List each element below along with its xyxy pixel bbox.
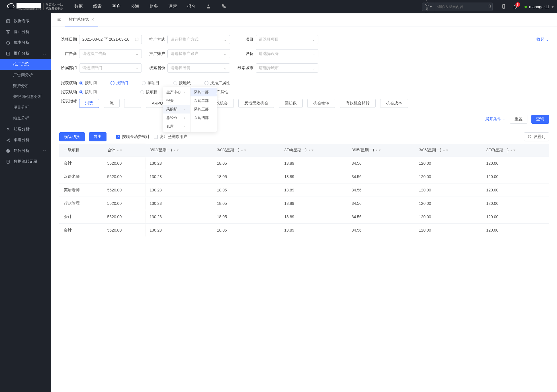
sidebar-item-sales[interactable]: 销售分析 ﹀ (0, 145, 51, 156)
account-select[interactable]: 请选择推广账户⌄ (167, 49, 230, 58)
sort-icon[interactable]: ▲▼ (173, 150, 179, 151)
table-cell: 120.00 (414, 224, 482, 237)
radio-h-project[interactable]: 按项目 (142, 81, 159, 86)
status-dot (525, 6, 527, 8)
table-cell: 5620.00 (103, 210, 145, 224)
close-icon[interactable]: ✕ (91, 17, 94, 22)
sidebar-item-funnel[interactable]: 漏斗分析 (0, 26, 51, 37)
sort-icon[interactable]: ▲▼ (116, 150, 123, 151)
table-cell: 5620.00 (103, 224, 145, 237)
reset-button[interactable]: 重置 (510, 115, 527, 124)
cascade-item[interactable]: 仓库› (163, 122, 190, 131)
cascade-item[interactable]: 报关 (163, 96, 190, 105)
phone-icon[interactable] (221, 4, 226, 10)
th-d2[interactable]: 3/03(星期一)▲▼ (212, 144, 280, 157)
device-select[interactable]: 请选择设备⌄ (256, 49, 318, 58)
collapse-sidebar-icon[interactable] (55, 17, 64, 22)
sidebar-sub-site[interactable]: 站点分析 (0, 113, 51, 124)
advertiser-select[interactable]: 请选择广告商⌄ (79, 49, 142, 58)
sidebar-item-cost[interactable]: 成本分析 (0, 37, 51, 48)
metric-revisit[interactable]: 回访数 (279, 99, 303, 108)
cascade-item[interactable]: 采购三部 (191, 105, 217, 114)
metric-opp-cost[interactable]: 机会成本 (380, 99, 408, 108)
sidebar-sub-overview[interactable]: 推广总览 (0, 59, 51, 70)
sidebar-sub-project[interactable]: 项目分析 (0, 102, 51, 113)
metric-valid-conv[interactable]: 有效机会销转 (340, 99, 376, 108)
query-button[interactable]: 查询 (531, 115, 549, 124)
deleted-users-checkbox[interactable]: 统计已删除用户 (154, 134, 187, 139)
metric-consume[interactable]: 消费 (79, 99, 99, 108)
metric-conv[interactable]: 机会销转 (307, 99, 335, 108)
project-select[interactable]: 请选择项目⌄ (256, 35, 318, 44)
nav-sea[interactable]: 公海 (131, 4, 139, 10)
sort-icon[interactable]: ▲▼ (240, 150, 247, 151)
cascade-item[interactable]: 采购四部 (191, 114, 217, 122)
radio-h-attr[interactable]: 按推广属性 (204, 81, 230, 86)
radio-h-region[interactable]: 按地域 (173, 81, 191, 86)
cash-stats-checkbox[interactable]: 按现金消费统计 (116, 134, 150, 139)
nav-signup[interactable]: 报名 (187, 4, 196, 10)
mobile-icon[interactable] (501, 4, 506, 10)
sort-icon[interactable]: ▲▼ (443, 150, 449, 151)
export-button[interactable]: 导出 (89, 132, 107, 141)
method-select[interactable]: 请选择推广方式⌄ (167, 35, 230, 44)
cascade-item[interactable]: 采购一部 (191, 88, 217, 96)
search-input[interactable] (435, 5, 488, 9)
sidebar-sub-account[interactable]: 账户分析 (0, 81, 51, 91)
date-range-picker[interactable]: 2021-03-02 至 2021-03-16 (79, 35, 142, 44)
cascade-item[interactable]: 总经办› (163, 114, 190, 122)
sort-icon[interactable]: ▲▼ (510, 150, 516, 151)
th-project[interactable]: 一级项目 (59, 144, 103, 157)
sidebar-item-visitor[interactable]: 访客分析 (0, 124, 51, 135)
dept-select[interactable]: 请选择部门⌄ (79, 63, 142, 73)
th-sum[interactable]: 合计▲▼ (103, 144, 145, 157)
cascade-item[interactable]: 采购部› (163, 105, 190, 114)
radio-h-dept[interactable]: 按部门 (110, 81, 128, 86)
nav-finance[interactable]: 财务 (150, 4, 158, 10)
expand-conditions-link[interactable]: 展开条件⌄ (485, 117, 506, 122)
sidebar-sub-keyword[interactable]: 关键词/创意分析 (0, 91, 51, 102)
user-menu[interactable]: manager11 ▾ (525, 5, 554, 9)
th-d4[interactable]: 3/05(星期一)▲▼ (347, 144, 414, 157)
nav-customers[interactable]: 客户 (112, 4, 120, 10)
table-cell: 120.00 (482, 197, 549, 210)
th-d5[interactable]: 3/06(星期一)▲▼ (414, 144, 482, 157)
sidebar-item-promo[interactable]: 推广分析 ︿ (0, 48, 51, 59)
table-cell: 5620.00 (103, 157, 145, 170)
radio-v-project[interactable]: 按项目 (140, 90, 158, 95)
th-d1[interactable]: 3/02(星期一)▲▼ (145, 144, 212, 157)
th-d3[interactable]: 3/04(星期一)▲▼ (280, 144, 347, 157)
nav-ops[interactable]: 运营 (168, 4, 177, 10)
th-d6[interactable]: 3/07(星期一)▲▼ (482, 144, 549, 157)
logo[interactable]: 云朵CRM www.yunduocrm.com 教育机构一站 式服务云平台 (7, 3, 63, 10)
sidebar-item-flow[interactable]: 数据流转记录 (0, 156, 51, 167)
user-icon[interactable] (206, 4, 211, 10)
province-select[interactable]: 请选择省份⌄ (167, 63, 230, 73)
cascade-item[interactable]: 生产中心› (163, 88, 190, 96)
bell-icon[interactable]: 5 (513, 4, 518, 10)
tab-promo-overview[interactable]: 推广总预览 ✕ (65, 13, 98, 26)
search-icon[interactable] (488, 4, 495, 9)
chevron-down-icon: ﹀ (43, 149, 46, 153)
svg-point-16 (7, 150, 9, 152)
radio-v-time[interactable]: 按时间 (79, 90, 97, 95)
table-cell: 130.23 (145, 224, 212, 237)
cascade-item[interactable]: 采购二部 (191, 96, 217, 105)
metric-blank[interactable] (124, 99, 141, 108)
nav-leads[interactable]: 线索 (93, 4, 102, 10)
chevron-right-icon: › (184, 125, 185, 128)
city-select[interactable]: 请选择城市⌄ (256, 63, 318, 73)
sort-icon[interactable]: ▲▼ (375, 150, 381, 151)
search-box[interactable]: 手机号码 ▾ (422, 3, 493, 11)
metric-flow[interactable]: 流 (104, 99, 120, 108)
nav-data[interactable]: 数据 (74, 4, 83, 10)
metric-invalid-feedback[interactable]: 反馈无效机会 (238, 99, 274, 108)
radio-h-time[interactable]: 按时间 (79, 81, 97, 86)
set-columns-button[interactable]: 设置列 (524, 132, 549, 141)
sidebar-sub-advertiser[interactable]: 广告商分析 (0, 70, 51, 81)
collapse-filters-link[interactable]: 收起⌄ (536, 37, 549, 42)
sidebar-item-channel[interactable]: 渠道分析 (0, 135, 51, 145)
sort-icon[interactable]: ▲▼ (308, 150, 314, 151)
toggle-axis-button[interactable]: 横纵切换 (59, 132, 85, 141)
sidebar-item-dashboard[interactable]: 数据看版 (0, 16, 51, 26)
